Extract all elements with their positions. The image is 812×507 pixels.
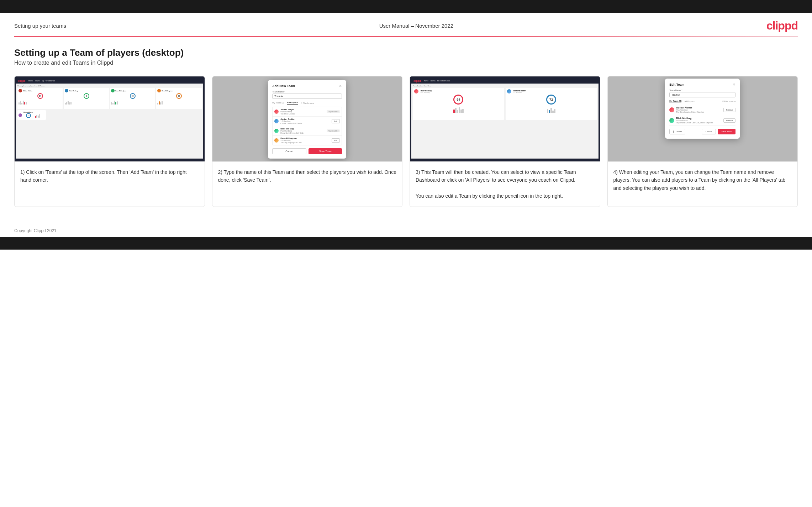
- mock2-avatar-2: [274, 119, 279, 123]
- clippd-logo: clippd: [766, 19, 798, 32]
- trash-icon: 🗑: [673, 130, 675, 133]
- card-3-screenshot: clippd Home Teams My Performance Player …: [410, 76, 600, 162]
- mock2-player-row-3: Blair McHarg Plus Handicap Royal North D…: [273, 126, 342, 136]
- footer-copyright: Copyright Clippd 2021: [14, 228, 57, 233]
- mock2-avatar-1: [274, 110, 279, 114]
- mock1-avatar-4: [157, 89, 161, 92]
- mock4-filter: ☐ Filter by name: [722, 100, 736, 102]
- mock4-footer: 🗑 Delete Cancel Save Team: [669, 129, 735, 134]
- mock2-player-row-1: Adrian Player Plus Handicap The Shire Lo…: [273, 107, 342, 117]
- mock2-player-row-4: Dave Billingham 3.5 Handicap The Dog Mag…: [273, 136, 342, 145]
- mock2-close-icon[interactable]: ✕: [339, 84, 342, 88]
- page-subtitle: How to create and edit Teams in Clippd: [14, 60, 798, 66]
- card-1-screenshot: clippd Home Teams My Performance Showing…: [15, 76, 205, 162]
- card-2: Add New Team ✕ Team Name * Team A My Tea…: [212, 76, 403, 207]
- card-1: clippd Home Teams My Performance Showing…: [14, 76, 205, 207]
- mock4-tabs: My Team (2) All Players ☐ Filter by name: [669, 100, 735, 102]
- mock4-player-row-2: Blair McHarg Plus Handicap Royal North D…: [669, 115, 735, 126]
- mock1-player-4: Dave Billingham 78: [156, 88, 201, 109]
- mock3-grid: Blair McHarg Plus Handicap 94: [413, 88, 597, 120]
- mock4-bg: Edit Team ✕ Team Name * Team A My Team (…: [608, 76, 798, 161]
- mock2-player-added-badge-1: Player Added: [327, 110, 340, 113]
- header: Setting up your teams User Manual – Nove…: [0, 13, 812, 36]
- mock4-modal-title: Edit Team: [669, 83, 684, 86]
- cards-row: clippd Home Teams My Performance Showing…: [14, 76, 798, 207]
- mock4-team-name-input[interactable]: Team A: [669, 92, 735, 97]
- mock4-close-icon[interactable]: ✕: [733, 83, 735, 86]
- mock1-player-1: Adrian Collins 84: [17, 88, 63, 109]
- mock1-bottom-player: Richard Butler 72: [17, 110, 46, 120]
- mock3-bg: clippd Home Teams My Performance Player …: [410, 76, 600, 161]
- mock2-add-player-4[interactable]: Add: [332, 138, 340, 143]
- mock4-modal-header: Edit Team ✕: [669, 83, 735, 86]
- top-bar: [0, 0, 812, 13]
- mock2-team-name-input[interactable]: Team A: [272, 94, 342, 99]
- mock2-avatar-3: [274, 129, 279, 133]
- mock4-cancel-button[interactable]: Cancel: [702, 129, 716, 134]
- mock4-player-row-1: Adrian Player Plus Handicap The Shire Lo…: [669, 105, 735, 115]
- mock2-save-button[interactable]: Save Team: [309, 148, 342, 154]
- header-left-text: Setting up your teams: [14, 23, 66, 29]
- mock1-player-3: Dave Billingham 94: [110, 88, 155, 109]
- mock2-bg: Add New Team ✕ Team Name * Team A My Tea…: [212, 76, 402, 161]
- mock2-player-added-badge-3: Player Added: [327, 129, 340, 132]
- mock2-tabs: My Team (2) All Players ☐ Filter by name: [272, 101, 342, 105]
- mock4-tab-all-players[interactable]: All Players: [684, 100, 694, 102]
- mock2-modal: Add New Team ✕ Team Name * Team A My Tea…: [268, 80, 346, 159]
- card-1-text: 1) Click on 'Teams' at the top of the sc…: [15, 162, 205, 207]
- mock3-card-2: Richard Butler 3.5 Handicap 72: [506, 88, 597, 120]
- mock2-filter: ☐ Filter by name: [301, 102, 314, 104]
- mock3-topbar: clippd Home Teams My Performance: [411, 78, 599, 84]
- mock4-avatar-1: [669, 107, 674, 112]
- mock1-avatar-2: [65, 89, 68, 92]
- mock2-modal-header: Add New Team ✕: [272, 84, 342, 88]
- mock2-modal-title: Add New Team: [272, 84, 295, 88]
- mock2-avatar-4: [274, 138, 279, 143]
- card-2-text: 2) Type the name of this Team and then s…: [212, 162, 402, 207]
- page-title: Setting up a Team of players (desktop): [14, 47, 798, 58]
- mock1-avatar-1: [19, 89, 22, 92]
- mock2-player-list: Adrian Player Plus Handicap The Shire Lo…: [272, 107, 342, 145]
- mock3-card-1: Blair McHarg Plus Handicap 94: [413, 88, 504, 120]
- mock1-topbar: clippd Home Teams My Performance: [16, 78, 203, 84]
- mock3-content: Player Details — Team View Blair McHarg …: [411, 84, 599, 159]
- mock1-nav: Home Teams My Performance: [28, 80, 55, 82]
- mock4-save-button[interactable]: Save Team: [718, 129, 735, 134]
- mock2-tab-all-players[interactable]: All Players: [287, 101, 298, 105]
- card-2-screenshot: Add New Team ✕ Team Name * Team A My Tea…: [212, 76, 402, 162]
- mock1-bg: clippd Home Teams My Performance Showing…: [15, 76, 205, 161]
- mock2-player-row-2: Adrian Coliba 1.5 Handicap Central Londo…: [273, 117, 342, 126]
- mock4-team-name-label: Team Name *: [669, 89, 735, 91]
- mock4-remove-player-2[interactable]: Remove: [723, 118, 736, 123]
- mock2-tab-my-team[interactable]: My Team (2): [272, 102, 284, 105]
- mock1-content: Showing 4 out of 4 players from All Play…: [16, 84, 203, 159]
- footer: Copyright Clippd 2021: [0, 225, 812, 237]
- bottom-bar: [0, 237, 812, 250]
- card-3: clippd Home Teams My Performance Player …: [410, 76, 600, 207]
- card-4-screenshot: Edit Team ✕ Team Name * Team A My Team (…: [608, 76, 798, 162]
- header-center-text: User Manual – November 2022: [379, 23, 453, 29]
- mock1-avatar-3: [111, 89, 115, 92]
- mock2-footer: Cancel Save Team: [272, 148, 342, 154]
- mock1-player-2: Blair McHarg 0: [64, 88, 109, 109]
- mock2-cancel-button[interactable]: Cancel: [272, 148, 306, 154]
- card-3-text: 3) This Team will then be created. You c…: [410, 162, 600, 207]
- mock4-avatar-2: [669, 118, 674, 123]
- mock4-tab-my-team[interactable]: My Team (2): [669, 100, 681, 102]
- mock4-delete-button[interactable]: 🗑 Delete: [669, 129, 685, 134]
- mock4-modal: Edit Team ✕ Team Name * Team A My Team (…: [665, 79, 740, 139]
- mock4-remove-player-1[interactable]: Remove: [723, 108, 736, 112]
- card-4: Edit Team ✕ Team Name * Team A My Team (…: [607, 76, 798, 207]
- mock1-logo: clippd: [18, 80, 26, 82]
- mock2-add-player-2[interactable]: Add: [332, 119, 340, 123]
- card-4-text: 4) When editing your Team, you can chang…: [608, 162, 798, 207]
- mock2-team-name-label: Team Name *: [272, 91, 342, 93]
- page-content: Setting up a Team of players (desktop) H…: [0, 37, 812, 221]
- mock1-grid: Adrian Collins 84: [17, 88, 202, 109]
